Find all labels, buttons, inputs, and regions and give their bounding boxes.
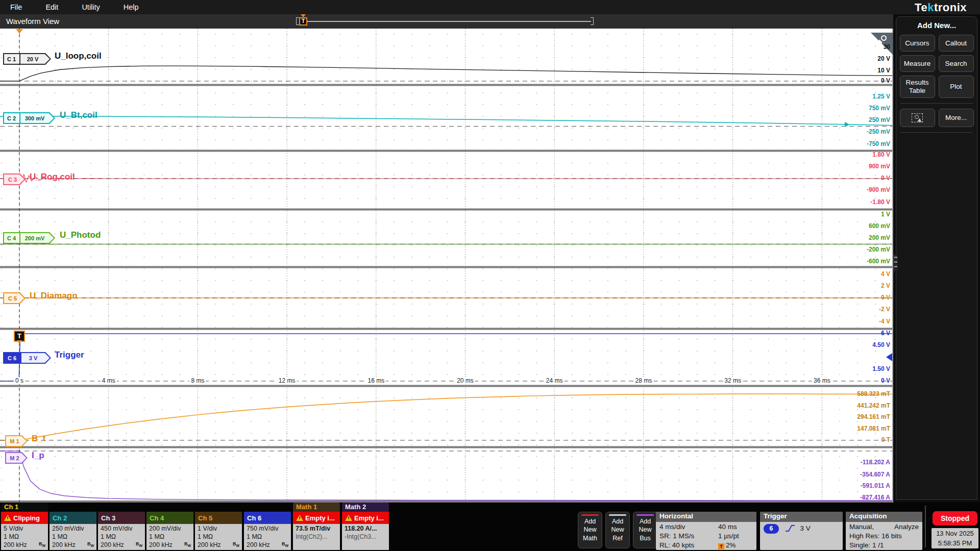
- ch6-settings-badge[interactable]: Ch 6 750 mV/div 1 MΩ 200 kHzBW: [244, 503, 291, 551]
- tektronix-logo: Tektronix: [915, 1, 967, 14]
- results-table-button[interactable]: Results Table: [900, 76, 935, 98]
- math2-details: 118.20 A/... -Intg(Ch3...: [342, 524, 389, 550]
- math-label-m1[interactable]: B_t: [32, 434, 45, 444]
- ch2-settings-badge[interactable]: Ch 2 250 mV/div 1 MΩ 200 kHzBW: [50, 503, 96, 551]
- axis-label-c2: 1.25 V: [872, 93, 890, 100]
- panel-separator: [900, 132, 973, 133]
- ch1-details: 5 V/div 1 MΩ 200 kHzBW: [1, 524, 48, 550]
- ch1-tab[interactable]: Ch 1: [1, 503, 48, 512]
- trigger-title: Trigger: [760, 512, 843, 522]
- waveform-view-title: Waveform View: [6, 17, 59, 26]
- time-text: 5:58:35 PM: [932, 539, 978, 548]
- math2-settings-badge[interactable]: Math 2 Empty i... 118.20 A/... -Intg(Ch3…: [342, 503, 389, 551]
- math-label-m2[interactable]: I_p: [32, 450, 44, 461]
- record-trigger-icon[interactable]: T: [299, 17, 307, 26]
- axis-label-c6: 6 V: [881, 330, 890, 337]
- panel-resize-grip[interactable]: [893, 254, 898, 271]
- ch4-settings-badge[interactable]: Ch 4 200 mV/div 1 MΩ 200 kHzBW: [146, 503, 193, 551]
- waveform-svg: [0, 29, 893, 503]
- horizontal-title: Horizontal: [656, 512, 756, 522]
- zoom-select-icon: [912, 113, 923, 122]
- axis-label-c2: 750 mV: [869, 105, 890, 112]
- ch1-settings-badge[interactable]: Ch 1 Clipping 5 V/div 1 MΩ 200 kHzBW: [1, 503, 48, 551]
- channel-badge-c4[interactable]: C 4200 mV: [3, 232, 55, 244]
- warning-icon: [296, 515, 303, 521]
- time-axis-label: 4 ms: [101, 377, 117, 384]
- add-new-bus-button[interactable]: Add New Bus: [633, 512, 657, 548]
- axis-label-c4: 600 mV: [869, 222, 890, 230]
- channel-label-c2[interactable]: U_Bt,coil: [60, 110, 97, 120]
- ch1-clipping-header: Clipping: [1, 512, 48, 524]
- acquisition-title: Acquisition: [846, 512, 922, 522]
- axis-label-m2: -827.416 A: [860, 494, 890, 501]
- callout-button[interactable]: Callout: [939, 35, 974, 52]
- plot-button[interactable]: Plot: [939, 76, 974, 98]
- trigger-source-marker[interactable]: T: [14, 331, 25, 342]
- channel-badge-c1[interactable]: C 120 V: [3, 53, 51, 65]
- channel-badge-c2[interactable]: C 2300 mV: [3, 112, 55, 124]
- axis-label-c2: 250 mV: [869, 116, 890, 123]
- ref-color-strip: [609, 514, 626, 516]
- measure-button[interactable]: Measure: [900, 55, 935, 72]
- axis-label-c3: 900 mV: [869, 163, 890, 170]
- ch3-header: Ch 3: [98, 512, 145, 524]
- waveform-plot[interactable]: C 120 V U_loop,coil C 2300 mV U_Bt,coil …: [0, 29, 893, 503]
- ch6-header: Ch 6: [244, 512, 291, 524]
- axis-label-c4: -600 mV: [867, 258, 890, 265]
- badge-id: C 5: [4, 293, 24, 304]
- channel-label-c5[interactable]: U_Diamagn: [30, 291, 78, 301]
- math1-tab[interactable]: Math 1: [293, 503, 340, 512]
- channel-label-c6[interactable]: Trigger: [55, 350, 84, 360]
- channel-label-c4[interactable]: U_Photod: [60, 230, 101, 240]
- acquisition-panel[interactable]: Acquisition Manual,Analyze High Res: 16 …: [846, 512, 922, 550]
- record-view-bar[interactable]: [300, 21, 591, 22]
- bandwidth-limit-badge: BW: [39, 541, 45, 548]
- axis-label-c5: 4 V: [881, 270, 890, 278]
- trigger-position-triangle[interactable]: [16, 29, 23, 34]
- more-button[interactable]: More...: [939, 109, 974, 127]
- axis-label-c2: -750 mV: [867, 140, 890, 147]
- search-button[interactable]: Search: [939, 55, 974, 72]
- add-new-panel: Add New... Cursors Callout Measure Searc…: [896, 16, 977, 500]
- ch3-settings-badge[interactable]: Ch 3 450 mV/div 1 MΩ 200 kHzBW: [98, 503, 145, 551]
- add-new-ref-button[interactable]: Add New Ref: [605, 512, 630, 548]
- c2-trace-marker-arrow: [845, 122, 849, 127]
- bus-color-strip: [636, 514, 654, 516]
- horizontal-panel[interactable]: Horizontal 4 ms/div40 ms SR: 1 MS/s1 µs/…: [656, 512, 756, 550]
- axis-label-c6: 0 V: [881, 377, 890, 384]
- axis-label-c5: -2 V: [879, 306, 890, 313]
- axis-label-c4: -200 mV: [867, 246, 890, 253]
- zoom-select-button[interactable]: [900, 109, 935, 127]
- axis-label-m1: 0 T: [881, 436, 890, 443]
- ch5-settings-badge[interactable]: Ch 5 1 V/div 1 MΩ 200 kHzBW: [195, 503, 242, 551]
- run-stop-status-button[interactable]: Stopped: [933, 511, 977, 525]
- bottom-bar-divider: [925, 506, 926, 547]
- channel-label-c3[interactable]: U_Rog,coil: [30, 172, 75, 182]
- cursors-button[interactable]: Cursors: [900, 35, 935, 52]
- time-axis-label: 24 ms: [545, 377, 565, 384]
- time-axis-label: 8 ms: [189, 377, 206, 384]
- math1-settings-badge[interactable]: Math 1 Empty i... 73.5 mT/div Intg(Ch2).…: [293, 503, 340, 551]
- date-text: 13 Nov 2025: [932, 529, 978, 539]
- menu-edit[interactable]: Edit: [45, 3, 58, 11]
- trigger-panel[interactable]: Trigger 6 3 V: [760, 512, 843, 550]
- axis-label-c3: -1.80 V: [870, 198, 890, 206]
- time-axis-label: 12 ms: [277, 377, 297, 384]
- math2-tab[interactable]: Math 2: [342, 503, 389, 512]
- axis-label-c3: -900 mV: [867, 186, 890, 193]
- math-color-strip: [581, 514, 599, 516]
- menu-utility[interactable]: Utility: [82, 3, 100, 11]
- menu-file[interactable]: File: [10, 3, 22, 11]
- trigger-level-arrow[interactable]: [886, 353, 892, 361]
- badge-id: M 1: [6, 436, 27, 446]
- badge-scale: 200 mV: [20, 233, 54, 243]
- datetime-display: 13 Nov 2025 5:58:35 PM: [932, 528, 978, 548]
- rising-edge-icon: [785, 524, 795, 532]
- menu-help[interactable]: Help: [124, 3, 139, 11]
- time-axis-label: 0 s: [14, 377, 25, 384]
- add-new-math-button[interactable]: Add New Math: [578, 512, 602, 548]
- trigger-position-icon: T: [718, 543, 724, 549]
- channel-badge-c6[interactable]: C 63 V: [3, 352, 51, 364]
- channel-label-c1[interactable]: U_loop,coil: [55, 51, 102, 61]
- math1-details: 73.5 mT/div Intg(Ch2)...: [293, 524, 340, 550]
